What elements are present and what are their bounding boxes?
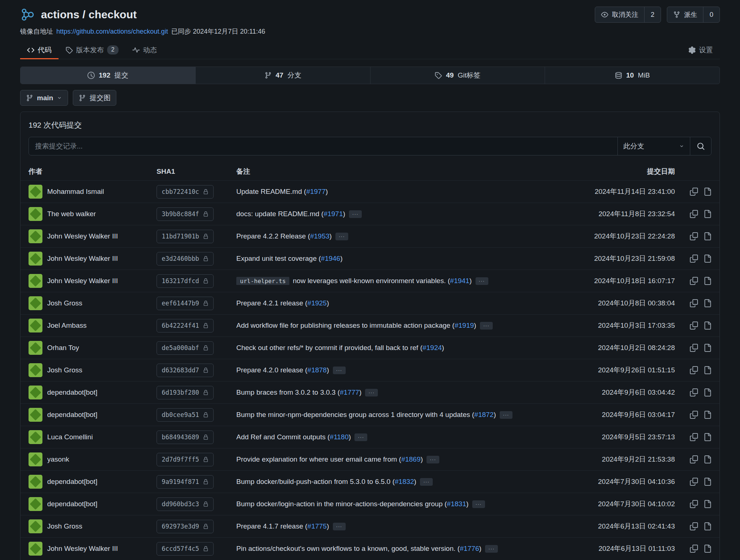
view-source-button[interactable] <box>703 522 711 530</box>
copy-sha-button[interactable] <box>690 299 698 307</box>
author-link[interactable]: Josh Gross <box>47 366 82 374</box>
copy-sha-button[interactable] <box>690 545 698 553</box>
author-link[interactable]: John Wesley Walker III <box>47 545 118 553</box>
view-source-button[interactable] <box>703 478 711 486</box>
issue-link[interactable]: #1878 <box>307 366 327 374</box>
author-link[interactable]: Luca Comellini <box>47 433 93 441</box>
mirror-url-link[interactable]: https://github.com/actions/checkout.git <box>56 28 168 35</box>
issue-link[interactable]: #1832 <box>395 478 414 485</box>
avatar[interactable] <box>29 252 42 266</box>
issue-link[interactable]: #1924 <box>422 344 442 352</box>
author-link[interactable]: The web walker <box>47 210 96 218</box>
expand-commit-button[interactable]: ··· <box>420 478 433 486</box>
commit-sha-link[interactable]: b684943689 <box>157 431 214 444</box>
author-link[interactable]: Orhan Toy <box>47 344 79 352</box>
issue-link[interactable]: #1946 <box>321 255 340 262</box>
author-link[interactable]: John Wesley Walker III <box>47 277 118 285</box>
avatar[interactable] <box>29 341 42 355</box>
view-source-button[interactable] <box>703 366 711 374</box>
expand-commit-button[interactable]: ··· <box>472 500 485 508</box>
commit-sha-link[interactable]: eef61447b9 <box>157 297 214 310</box>
issue-link[interactable]: #1953 <box>310 232 330 240</box>
expand-commit-button[interactable]: ··· <box>480 322 493 330</box>
commit-sha-link[interactable]: 6d193bf280 <box>157 386 214 399</box>
expand-commit-button[interactable]: ··· <box>365 389 378 396</box>
avatar[interactable] <box>29 386 42 399</box>
commit-sha-link[interactable]: 3b9b8c884f <box>157 207 214 221</box>
issue-link[interactable]: #1869 <box>401 455 421 463</box>
author-link[interactable]: Joel Ambass <box>47 322 87 330</box>
view-source-button[interactable] <box>703 299 711 307</box>
commit-sha-link[interactable]: 6b42224f41 <box>157 319 214 332</box>
copy-sha-button[interactable] <box>690 322 698 330</box>
avatar[interactable] <box>29 408 42 422</box>
fork-button[interactable]: 派生 <box>667 7 703 22</box>
commit-sha-link[interactable]: e3d2460bbb <box>157 252 214 266</box>
avatar[interactable] <box>29 229 42 243</box>
commit-sha-link[interactable]: de5a000abf <box>157 341 214 355</box>
view-source-button[interactable] <box>703 545 711 553</box>
expand-commit-button[interactable]: ··· <box>333 367 346 374</box>
tab-activity[interactable]: 动态 <box>125 41 164 59</box>
avatar[interactable] <box>29 363 42 377</box>
commit-sha-link[interactable]: db0cee9a51 <box>157 408 214 422</box>
copy-sha-button[interactable] <box>690 366 698 374</box>
issue-link[interactable]: #1776 <box>460 545 479 552</box>
avatar[interactable] <box>29 319 42 332</box>
repo-title[interactable]: actions / checkout <box>41 8 137 21</box>
expand-commit-button[interactable]: ··· <box>485 545 498 553</box>
copy-sha-button[interactable] <box>690 277 698 285</box>
expand-commit-button[interactable]: ··· <box>349 210 362 218</box>
author-link[interactable]: Mohammad Ismail <box>47 188 104 196</box>
issue-link[interactable]: #1775 <box>307 522 327 530</box>
stat-commits[interactable]: 192 提交 <box>20 67 195 84</box>
commit-sha-link[interactable]: 6ccd57f4c5 <box>157 542 214 556</box>
avatar[interactable] <box>29 430 42 444</box>
issue-link[interactable]: #1180 <box>330 433 349 441</box>
copy-sha-button[interactable] <box>690 388 698 396</box>
copy-sha-button[interactable] <box>690 411 698 419</box>
commit-sha-link[interactable]: 2d7d9f7ff5 <box>157 453 214 466</box>
stat-branches[interactable]: 47 分支 <box>195 67 370 84</box>
branch-select-button[interactable]: main <box>20 90 68 106</box>
tab-releases[interactable]: 版本发布 2 <box>59 41 125 59</box>
author-link[interactable]: dependabot[bot] <box>47 388 97 396</box>
author-link[interactable]: dependabot[bot] <box>47 500 97 508</box>
copy-sha-button[interactable] <box>690 255 698 263</box>
issue-link[interactable]: #1777 <box>340 388 359 396</box>
view-source-button[interactable] <box>703 322 711 330</box>
avatar[interactable] <box>29 185 42 199</box>
avatar[interactable] <box>29 542 42 556</box>
commit-graph-button[interactable]: 提交图 <box>73 90 116 106</box>
expand-commit-button[interactable]: ··· <box>427 456 439 463</box>
watchers-count[interactable]: 2 <box>644 7 661 22</box>
view-source-button[interactable] <box>703 500 711 508</box>
view-source-button[interactable] <box>703 277 711 285</box>
issue-link[interactable]: #1919 <box>455 322 474 329</box>
view-source-button[interactable] <box>703 232 711 240</box>
author-link[interactable]: dependabot[bot] <box>47 411 97 419</box>
commit-sha-link[interactable]: d632683dd7 <box>157 364 214 377</box>
tab-settings[interactable]: 设置 <box>681 41 720 59</box>
issue-link[interactable]: #1977 <box>306 188 326 195</box>
forks-count[interactable]: 0 <box>703 7 720 22</box>
avatar[interactable] <box>29 207 42 221</box>
unwatch-button[interactable]: 取消关注 <box>595 7 644 22</box>
tab-code[interactable]: 代码 <box>20 41 59 59</box>
avatar[interactable] <box>29 452 42 466</box>
expand-commit-button[interactable]: ··· <box>354 433 367 441</box>
commit-sha-link[interactable]: 11bd71901b <box>157 230 214 243</box>
author-link[interactable]: dependabot[bot] <box>47 478 97 486</box>
author-link[interactable]: John Wesley Walker III <box>47 255 118 263</box>
branch-scope-select[interactable]: 此分支 <box>617 137 690 155</box>
copy-sha-button[interactable] <box>690 344 698 352</box>
author-link[interactable]: Josh Gross <box>47 299 82 307</box>
author-link[interactable]: yasonk <box>47 455 69 463</box>
expand-commit-button[interactable]: ··· <box>333 523 346 530</box>
commit-sha-link[interactable]: dd960bd3c3 <box>157 497 214 511</box>
commit-sha-link[interactable]: 692973e3d9 <box>157 520 214 533</box>
stat-tags[interactable]: 49 Git标签 <box>370 67 545 84</box>
expand-commit-button[interactable]: ··· <box>500 411 512 419</box>
commit-sha-link[interactable]: 9a9194f871 <box>157 475 214 489</box>
issue-link[interactable]: #1941 <box>450 277 469 285</box>
